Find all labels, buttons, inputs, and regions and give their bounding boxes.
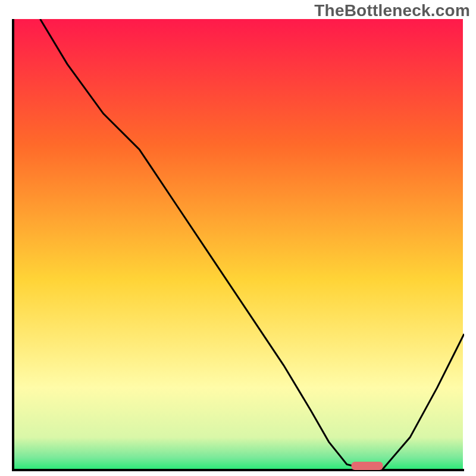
watermark-text: TheBottleneck.com [314,1,470,20]
bottleneck-chart [12,19,464,471]
chart-container: TheBottleneck.com [0,0,476,476]
optimum-marker [352,462,383,470]
gradient-background [13,19,463,469]
